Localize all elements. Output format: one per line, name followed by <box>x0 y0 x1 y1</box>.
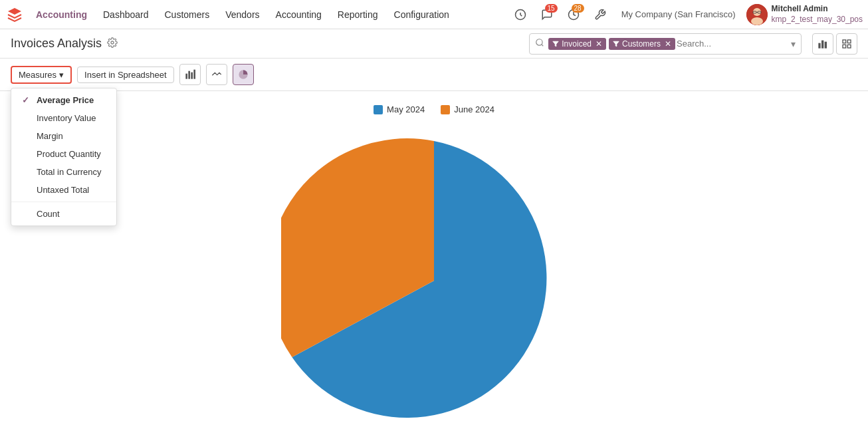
nav-customers[interactable]: Customers <box>158 5 217 24</box>
measure-total-currency[interactable]: Total in Currency <box>11 163 116 181</box>
measure-average-price[interactable]: ✓ Average Price <box>11 91 116 109</box>
svg-point-8 <box>536 39 542 45</box>
filter-customers-label: Customers <box>622 39 661 49</box>
svg-rect-13 <box>825 41 827 48</box>
clock-btn[interactable]: 28 <box>563 4 584 25</box>
svg-rect-21 <box>193 70 195 79</box>
company-name: My Company (San Francisco) <box>616 9 741 19</box>
measure-margin-label: Margin <box>37 131 63 141</box>
messages-btn[interactable]: 15 <box>536 4 558 25</box>
page-settings-icon[interactable] <box>107 37 118 50</box>
nav-vendors[interactable]: Vendors <box>219 5 266 24</box>
measure-inventory-value[interactable]: Inventory Value <box>11 109 116 127</box>
pie-chart <box>281 128 587 434</box>
debug-icon-btn[interactable] <box>510 4 531 25</box>
user-name: Mitchell Admin <box>772 4 863 15</box>
measure-inventory-value-label: Inventory Value <box>37 113 96 123</box>
line-chart-btn[interactable] <box>206 64 227 85</box>
measure-product-quantity[interactable]: Product Quantity <box>11 145 116 163</box>
svg-point-3 <box>751 17 763 25</box>
bar-chart-btn[interactable] <box>179 64 201 85</box>
measure-total-currency-label: Total in Currency <box>37 167 102 177</box>
measures-label: Measures <box>19 70 56 80</box>
measure-product-quantity-label: Product Quantity <box>37 149 101 159</box>
user-menu[interactable]: Mitchell Admin kmp_2_test_may_30_pos <box>746 4 863 25</box>
filter-invoiced-label: Invoiced <box>562 39 592 49</box>
search-icon <box>535 38 544 49</box>
pie-chart-svg <box>281 128 587 434</box>
legend-may: May 2024 <box>374 104 425 114</box>
svg-point-2 <box>753 8 761 16</box>
svg-marker-9 <box>553 41 558 47</box>
app-logo[interactable] <box>5 5 24 24</box>
messages-badge: 15 <box>545 4 558 13</box>
measure-margin[interactable]: Margin <box>11 127 116 145</box>
legend-june-dot <box>441 105 450 114</box>
svg-rect-19 <box>188 71 190 79</box>
nav-reporting[interactable]: Reporting <box>331 5 385 24</box>
measures-button[interactable]: Measures ▾ <box>11 66 72 84</box>
user-details: Mitchell Admin kmp_2_test_may_30_pos <box>772 4 863 25</box>
svg-rect-17 <box>843 45 846 48</box>
filter-customers[interactable]: Customers ✕ <box>609 38 675 50</box>
nav-accounting[interactable]: Accounting <box>29 5 94 24</box>
svg-rect-20 <box>191 73 193 79</box>
measure-untaxed-total-label: Untaxed Total <box>37 185 89 195</box>
svg-rect-16 <box>847 45 851 48</box>
measure-count[interactable]: Count <box>11 205 116 223</box>
legend-june: June 2024 <box>441 104 494 114</box>
measures-dropdown: ✓ Average Price Inventory Value Margin P… <box>11 88 117 226</box>
legend-may-dot <box>374 105 383 114</box>
nav-dashboard[interactable]: Dashboard <box>96 5 156 24</box>
bar-view-btn[interactable] <box>812 33 833 55</box>
measures-chevron-icon: ▾ <box>59 70 64 80</box>
toolbar: Measures ▾ Insert in Spreadsheet ✓ Avera… <box>0 59 868 91</box>
filter-invoiced-close[interactable]: ✕ <box>596 39 602 49</box>
insert-spreadsheet-button[interactable]: Insert in Spreadsheet <box>77 67 174 83</box>
search-dropdown-arrow[interactable]: ▾ <box>791 39 796 49</box>
svg-rect-14 <box>843 40 846 43</box>
chart-legend: May 2024 June 2024 <box>374 104 494 114</box>
measure-untaxed-total[interactable]: Untaxed Total <box>11 181 116 199</box>
check-icon: ✓ <box>22 95 31 105</box>
measure-count-label: Count <box>37 209 60 219</box>
pie-chart-btn[interactable] <box>233 64 254 85</box>
filter-customers-close[interactable]: ✕ <box>665 39 671 49</box>
dropdown-separator <box>11 202 116 202</box>
chart-area: May 2024 June 2024 <box>0 91 868 439</box>
search-bar: Invoiced ✕ Customers ✕ ▾ <box>529 33 802 55</box>
legend-june-label: June 2024 <box>454 104 494 114</box>
page-header: Invoices Analysis Invoiced ✕ Customers ✕… <box>0 29 868 59</box>
svg-marker-10 <box>613 41 619 47</box>
user-db: kmp_2_test_may_30_pos <box>772 15 863 25</box>
search-input[interactable] <box>677 39 788 49</box>
navbar-right: 15 28 My Company (San Francisco) <box>510 4 863 25</box>
svg-rect-11 <box>818 43 820 48</box>
svg-rect-15 <box>847 40 851 43</box>
measure-average-price-label: Average Price <box>37 95 94 105</box>
user-avatar <box>746 4 768 25</box>
nav-accounting-menu[interactable]: Accounting <box>269 5 328 24</box>
view-buttons <box>812 33 857 55</box>
nav-configuration[interactable]: Configuration <box>387 5 456 24</box>
svg-point-7 <box>111 41 114 44</box>
filter-invoiced[interactable]: Invoiced ✕ <box>548 38 606 50</box>
page-title: Invoices Analysis <box>11 37 102 51</box>
clock-badge: 28 <box>572 4 584 13</box>
list-view-btn[interactable] <box>836 33 857 55</box>
wrench-btn[interactable] <box>590 4 611 25</box>
svg-rect-18 <box>185 74 187 79</box>
legend-may-label: May 2024 <box>387 104 425 114</box>
svg-rect-12 <box>821 40 823 48</box>
navbar: Accounting Dashboard Customers Vendors A… <box>0 0 868 29</box>
